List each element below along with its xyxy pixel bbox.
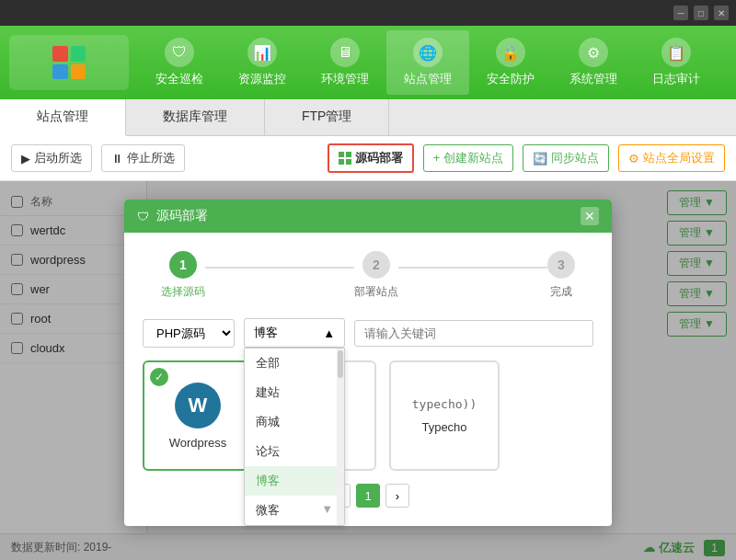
category-button[interactable]: 博客 ▲ bbox=[244, 318, 345, 348]
scroll-thumb bbox=[338, 350, 343, 378]
tab-ftp-manage[interactable]: FTP管理 bbox=[265, 99, 389, 135]
step-2: 2 部署站点 bbox=[354, 251, 398, 300]
source-type-select[interactable]: PHP源码 bbox=[143, 319, 235, 348]
nav-item-site-manage[interactable]: 🌐 站点管理 bbox=[386, 30, 469, 95]
grid-icon bbox=[339, 152, 351, 165]
env-manage-icon: 🖥 bbox=[330, 38, 360, 67]
start-all-button[interactable]: ▶ 启动所选 bbox=[11, 144, 92, 172]
app-card-typecho[interactable]: typecho)) Typecho bbox=[389, 360, 500, 471]
nav-item-sys-manage[interactable]: ⚙ 系统管理 bbox=[552, 30, 635, 95]
nav-item-label: 日志审计 bbox=[652, 71, 700, 87]
app-grid: ✓ W Wordpress Z Z-Blog typecho)) Typecho bbox=[143, 360, 593, 471]
sys-manage-icon: ⚙ bbox=[579, 38, 608, 67]
nav-item-env-manage[interactable]: 🖥 环境管理 bbox=[304, 30, 386, 95]
top-nav: 🛡 安全巡检 📊 资源监控 🖥 环境管理 🌐 站点管理 🔒 安全防护 ⚙ 系统管… bbox=[0, 26, 736, 99]
nav-item-label: 环境管理 bbox=[321, 71, 369, 87]
maximize-button[interactable]: □ bbox=[694, 6, 708, 20]
title-bar: ─ □ ✕ bbox=[0, 0, 736, 26]
security-patrol-icon: 🛡 bbox=[165, 38, 194, 67]
step-circle-1: 1 bbox=[169, 251, 197, 279]
nav-item-label: 安全防护 bbox=[487, 71, 535, 87]
play-icon: ▶ bbox=[21, 152, 30, 166]
category-item-all[interactable]: 全部 bbox=[245, 349, 344, 378]
step-line-2 bbox=[398, 267, 547, 269]
step-circle-2: 2 bbox=[362, 251, 390, 279]
category-item-jianzhan[interactable]: 建站 bbox=[245, 378, 344, 407]
step-1: 1 选择源码 bbox=[161, 251, 205, 300]
modal-close-button[interactable]: ✕ bbox=[581, 207, 599, 225]
resource-monitor-icon: 📊 bbox=[247, 38, 277, 67]
scroll-down-icon: ▼ bbox=[321, 502, 333, 516]
pagination: ‹ 1 › bbox=[143, 484, 593, 508]
create-site-button[interactable]: + 创建新站点 bbox=[423, 144, 513, 172]
nav-item-resource-monitor[interactable]: 📊 资源监控 bbox=[221, 30, 304, 95]
close-button[interactable]: ✕ bbox=[714, 6, 729, 20]
nav-item-label: 系统管理 bbox=[569, 71, 617, 87]
next-page-button[interactable]: › bbox=[385, 484, 409, 508]
step-circle-3: 3 bbox=[547, 251, 575, 279]
logo-area bbox=[9, 35, 129, 90]
main-area: 名称 wertdc wordpress wer root cloudx 管理 ▼ bbox=[0, 181, 736, 560]
check-badge: ✓ bbox=[150, 368, 168, 386]
chevron-up-icon: ▲ bbox=[323, 326, 335, 340]
site-manage-icon: 🌐 bbox=[413, 38, 443, 67]
site-settings-button[interactable]: ⚙ 站点全局设置 bbox=[618, 144, 725, 172]
modal-body: 1 选择源码 2 部署站点 3 bbox=[124, 233, 612, 526]
nav-item-label: 资源监控 bbox=[238, 71, 286, 87]
step-3: 3 完成 bbox=[547, 251, 575, 300]
wordpress-logo: W bbox=[175, 383, 221, 429]
page-1-button[interactable]: 1 bbox=[356, 484, 380, 508]
source-controls: PHP源码 博客 ▲ 全部 建站 bbox=[143, 318, 593, 348]
app-card-wordpress[interactable]: ✓ W Wordpress bbox=[143, 360, 253, 471]
nav-item-security-patrol[interactable]: 🛡 安全巡检 bbox=[138, 30, 221, 95]
sync-icon: 🔄 bbox=[533, 152, 547, 166]
gear-icon: ⚙ bbox=[628, 152, 639, 166]
nav-items: 🛡 安全巡检 📊 资源监控 🖥 环境管理 🌐 站点管理 🔒 安全防护 ⚙ 系统管… bbox=[138, 30, 727, 95]
nav-item-security-protect[interactable]: 🔒 安全防护 bbox=[469, 30, 552, 95]
category-item-boke[interactable]: 博客 bbox=[245, 466, 344, 496]
category-item-luntan[interactable]: 论坛 bbox=[245, 437, 344, 466]
stop-all-button[interactable]: ⏸ 停止所选 bbox=[101, 144, 185, 172]
security-protect-icon: 🔒 bbox=[496, 38, 525, 67]
scroll-indicator bbox=[337, 349, 344, 525]
nav-item-log-audit[interactable]: 📋 日志审计 bbox=[635, 30, 718, 95]
nav-item-label: 站点管理 bbox=[404, 71, 452, 87]
category-list: 全部 建站 商城 论坛 博客 bbox=[244, 348, 345, 526]
typecho-logo: typecho)) bbox=[412, 397, 477, 413]
tab-db-manage[interactable]: 数据库管理 bbox=[126, 99, 265, 135]
category-item-shangcheng[interactable]: 商城 bbox=[245, 407, 344, 437]
log-audit-icon: 📋 bbox=[661, 38, 691, 67]
tab-site-manage[interactable]: 站点管理 bbox=[0, 99, 126, 136]
shield-icon: 🛡 bbox=[137, 210, 149, 223]
minimize-button[interactable]: ─ bbox=[673, 6, 688, 20]
source-deploy-button[interactable]: 源码部署 bbox=[328, 143, 414, 173]
step-line-1 bbox=[205, 267, 354, 269]
category-item-weike[interactable]: 微客 ▼ bbox=[245, 496, 344, 525]
search-input[interactable] bbox=[354, 320, 593, 347]
windows-logo bbox=[52, 46, 86, 79]
toolbar: ▶ 启动所选 ⏸ 停止所选 源码部署 + 创建新站点 🔄 同步站点 ⚙ 站点全局… bbox=[0, 136, 736, 181]
modal-overlay: 🛡 源码部署 ✕ 1 选择源码 bbox=[0, 181, 736, 560]
category-dropdown: 博客 ▲ 全部 建站 商城 bbox=[244, 318, 345, 348]
tab-bar: 站点管理 数据库管理 FTP管理 bbox=[0, 99, 736, 136]
source-deploy-modal: 🛡 源码部署 ✕ 1 选择源码 bbox=[124, 200, 612, 526]
steps: 1 选择源码 2 部署站点 3 bbox=[143, 251, 593, 300]
nav-item-label: 安全巡检 bbox=[155, 71, 203, 87]
sync-site-button[interactable]: 🔄 同步站点 bbox=[523, 144, 609, 172]
stop-icon: ⏸ bbox=[111, 152, 123, 166]
modal-header: 🛡 源码部署 ✕ bbox=[124, 200, 612, 233]
